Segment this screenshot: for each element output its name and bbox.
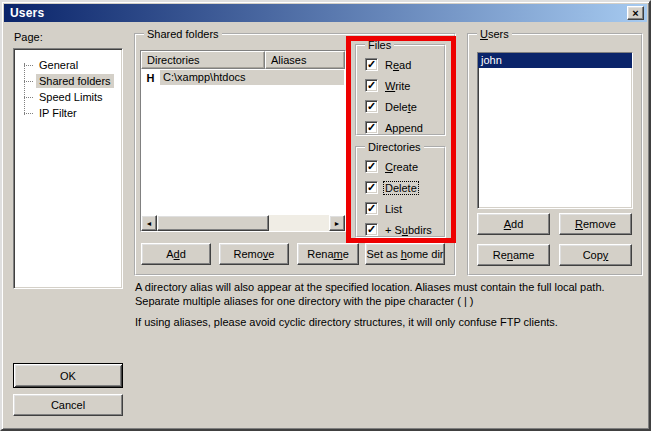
directories-permissions-group: Directories ✓ Create ✓ Delete ✓ List ✓ +…: [355, 146, 446, 238]
label-text: Append: [385, 122, 423, 134]
write-checkbox[interactable]: ✓: [365, 79, 378, 92]
label-text: + S: [385, 224, 402, 236]
column-header-directories[interactable]: Directories: [141, 51, 265, 69]
check-icon: ✓: [367, 224, 376, 235]
check-icon: ✓: [367, 59, 376, 70]
read-label[interactable]: Read: [384, 59, 412, 71]
subdirs-checkbox[interactable]: ✓: [365, 223, 378, 236]
add-user-button[interactable]: Add: [477, 213, 550, 235]
remove-directory-button[interactable]: Remove: [219, 243, 289, 265]
create-label[interactable]: Create: [384, 161, 419, 173]
button-label: dd: [511, 218, 523, 230]
rename-user-button[interactable]: Rename: [477, 244, 550, 266]
checkbox-row-read[interactable]: ✓ Read: [365, 57, 412, 72]
button-label: e: [343, 248, 349, 260]
check-icon: ✓: [367, 161, 376, 172]
scroll-right-icon[interactable]: ►: [329, 215, 345, 231]
tree-item-shared-folders[interactable]: Shared folders: [14, 73, 122, 89]
table-row[interactable]: H C:\xampp\htdocs: [141, 69, 345, 86]
scroll-left-glyph: ◄: [146, 220, 153, 227]
check-icon: ✓: [367, 101, 376, 112]
delete-file-checkbox[interactable]: ✓: [365, 100, 378, 113]
files-group-label: Files: [365, 38, 394, 52]
label-text: e: [411, 101, 417, 113]
button-label: OK: [60, 370, 76, 382]
label-text: R: [385, 59, 393, 71]
checkbox-row-subdirs[interactable]: ✓ + Subdirs: [365, 222, 433, 237]
cyclic-note-text: If using aliases, please avoid cyclic di…: [135, 315, 617, 329]
tree-item-general[interactable]: General: [14, 57, 122, 73]
users-group-label: Users: [477, 27, 512, 41]
check-icon: ✓: [367, 203, 376, 214]
tree-item-speed-limits[interactable]: Speed Limits: [14, 89, 122, 105]
page-tree: General Shared folders Speed Limits IP F…: [13, 48, 123, 289]
ok-button[interactable]: OK: [13, 363, 123, 388]
write-label[interactable]: Write: [384, 80, 411, 92]
checkbox-row-delete-file[interactable]: ✓ Delete: [365, 99, 418, 114]
user-list-item[interactable]: john: [478, 53, 632, 68]
button-label: Remo: [234, 248, 263, 260]
cancel-button[interactable]: Cancel: [13, 394, 123, 416]
button-label-key: R: [575, 218, 583, 230]
label-text: ad: [399, 59, 411, 71]
append-label[interactable]: Append: [384, 122, 424, 134]
tree-item-label: IP Filter: [36, 106, 80, 120]
check-icon: ✓: [367, 182, 376, 193]
scrollbar-thumb[interactable]: [157, 215, 269, 231]
set-as-home-dir-button[interactable]: Set as home dir: [365, 243, 445, 265]
copy-user-button[interactable]: Copy: [559, 244, 632, 266]
user-name: john: [481, 54, 502, 66]
tree-item-ip-filter[interactable]: IP Filter: [14, 105, 122, 121]
window-title: Users: [10, 6, 44, 20]
checkbox-row-append[interactable]: ✓ Append: [365, 120, 424, 135]
list-label[interactable]: List: [384, 203, 403, 215]
button-label: Cop: [583, 249, 603, 261]
title-bar[interactable]: Users ×: [4, 4, 647, 22]
column-header-aliases[interactable]: Aliases: [265, 51, 345, 69]
users-listbox[interactable]: john: [477, 52, 633, 209]
checkbox-row-delete-dir[interactable]: ✓ Delete: [365, 180, 418, 195]
users-group: Users john Add Remove Rename Copy: [467, 33, 643, 276]
label-text: Delete: [385, 182, 417, 194]
button-label: Set as: [366, 248, 400, 260]
checkbox-row-write[interactable]: ✓ Write: [365, 78, 411, 93]
horizontal-scrollbar[interactable]: ◄ ►: [141, 215, 345, 231]
alias-note-text: A directory alias will also appear at th…: [135, 280, 617, 308]
delete-dir-checkbox[interactable]: ✓: [365, 181, 378, 194]
column-header-label: Aliases: [271, 54, 306, 66]
delete-dir-label[interactable]: Delete: [384, 182, 418, 194]
append-checkbox[interactable]: ✓: [365, 121, 378, 134]
checkbox-row-create[interactable]: ✓ Create: [365, 159, 419, 174]
close-glyph: ×: [632, 8, 638, 19]
scroll-left-icon[interactable]: ◄: [141, 215, 157, 231]
remove-user-button[interactable]: Remove: [559, 213, 632, 235]
rename-directory-button[interactable]: Rename: [297, 243, 359, 265]
tree-item-label: Speed Limits: [36, 90, 106, 104]
tree-item-label: General: [36, 58, 81, 72]
directory-cell[interactable]: C:\xampp\htdocs: [160, 70, 344, 85]
add-directory-button[interactable]: Add: [141, 243, 211, 265]
label-key: W: [385, 80, 395, 92]
label-text: rite: [395, 80, 410, 92]
page-label: Page:: [14, 31, 43, 43]
table-body: H C:\xampp\htdocs: [141, 69, 345, 215]
read-checkbox[interactable]: ✓: [365, 58, 378, 71]
button-label: ome dir: [407, 248, 444, 260]
scrollbar-track[interactable]: [269, 215, 329, 231]
close-icon[interactable]: ×: [627, 6, 644, 20]
button-label: d: [180, 248, 186, 260]
list-checkbox[interactable]: ✓: [365, 202, 378, 215]
check-icon: ✓: [367, 122, 376, 133]
create-checkbox[interactable]: ✓: [365, 160, 378, 173]
files-permissions-group: Files ✓ Read ✓ Write ✓ Delete ✓ Append: [355, 44, 446, 136]
tree-item-label: Shared folders: [36, 74, 114, 88]
column-header-label: Directories: [147, 54, 200, 66]
button-label: emove: [583, 218, 616, 230]
delete-file-label[interactable]: Delete: [384, 101, 418, 113]
directories-group-label: Directories: [365, 140, 424, 154]
label-key: U: [480, 28, 488, 40]
subdirs-label[interactable]: + Subdirs: [384, 224, 433, 236]
button-label: Rena: [307, 248, 333, 260]
button-label: Cancel: [51, 399, 85, 411]
checkbox-row-list[interactable]: ✓ List: [365, 201, 403, 216]
